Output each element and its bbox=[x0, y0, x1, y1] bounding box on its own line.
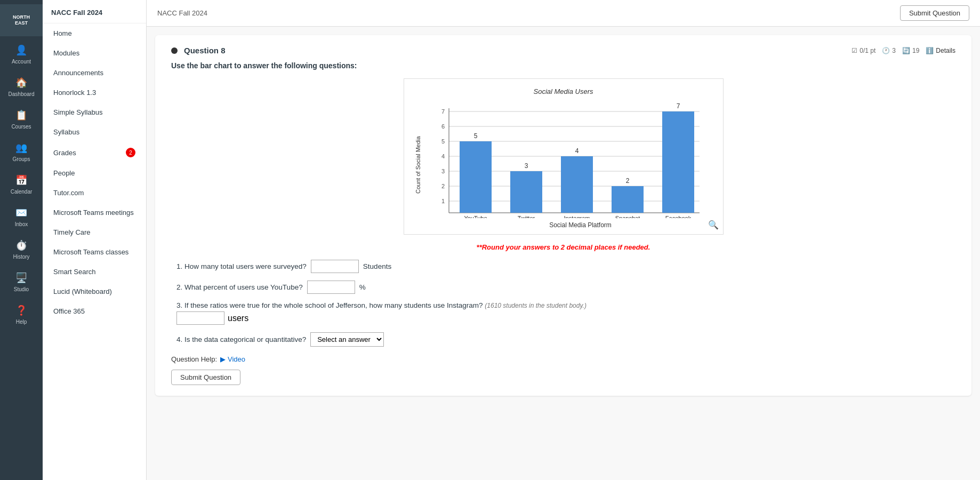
calendar-icon: 📅 bbox=[14, 173, 29, 188]
nav-item-smart-search[interactable]: Smart Search bbox=[45, 262, 144, 281]
svg-text:7: 7 bbox=[441, 108, 444, 115]
nav-item-honorlock[interactable]: Honorlock 1.3 bbox=[45, 83, 144, 102]
q1-input[interactable] bbox=[311, 260, 359, 273]
studio-icon: 🖥️ bbox=[14, 270, 29, 285]
sidebar-icon-studio[interactable]: 🖥️ Studio bbox=[0, 266, 43, 297]
q3-input[interactable] bbox=[176, 311, 224, 325]
info-icon: ℹ️ bbox=[926, 47, 934, 54]
nav-item-home[interactable]: Home bbox=[45, 24, 144, 43]
sidebar-icon-help[interactable]: ❓ Help bbox=[0, 299, 43, 329]
q2-input[interactable] bbox=[307, 281, 355, 294]
bar-twitter bbox=[510, 171, 542, 213]
sidebar-icon-studio-label: Studio bbox=[14, 286, 29, 292]
sub-question-3: 3. If these ratios were true for the who… bbox=[176, 301, 950, 325]
svg-text:4: 4 bbox=[575, 147, 579, 155]
video-link[interactable]: ▶ Video bbox=[220, 355, 245, 363]
q2-suffix: % bbox=[359, 283, 366, 291]
question-items: 1. How many total users were surveyed? S… bbox=[171, 260, 955, 347]
svg-text:5: 5 bbox=[441, 138, 444, 145]
svg-text:Instagram: Instagram bbox=[564, 215, 590, 218]
q4-select[interactable]: Select an answer Categorical Quantitativ… bbox=[310, 332, 384, 347]
meta-tries: 🕐 3 bbox=[882, 47, 896, 54]
svg-text:3: 3 bbox=[441, 168, 444, 174]
sidebar-icon-inbox-label: Inbox bbox=[15, 221, 28, 227]
question-title: Question 8 bbox=[184, 46, 226, 55]
nav-item-syllabus[interactable]: Syllabus bbox=[45, 123, 144, 141]
meta-reload: 🔄 19 bbox=[902, 47, 919, 54]
bar-facebook bbox=[662, 111, 694, 213]
checkbox-icon: ☑ bbox=[852, 47, 857, 54]
reload-icon: 🔄 bbox=[902, 47, 910, 54]
nav-item-modules[interactable]: Modules bbox=[45, 44, 144, 62]
meta-details: ℹ️ Details bbox=[926, 47, 955, 54]
courses-icon: 📋 bbox=[14, 108, 29, 123]
sidebar-icon-inbox[interactable]: ✉️ Inbox bbox=[0, 201, 43, 231]
svg-text:6: 6 bbox=[441, 123, 444, 130]
bar-youtube bbox=[460, 141, 492, 213]
nav-item-office365[interactable]: Office 365 bbox=[45, 302, 144, 321]
q1-prefix: 1. How many total users were surveyed? bbox=[176, 262, 307, 270]
nav-item-announcements[interactable]: Announcements bbox=[45, 63, 144, 82]
video-icon: ▶ bbox=[220, 355, 226, 363]
help-icon: ❓ bbox=[14, 303, 29, 318]
nav-item-ms-teams-classes[interactable]: Microsoft Teams classes bbox=[45, 243, 144, 261]
svg-text:1: 1 bbox=[441, 198, 444, 204]
bar-chart-svg: 7 6 5 4 3 2 1 bbox=[428, 101, 705, 218]
video-label: Video bbox=[228, 355, 245, 363]
q3-suffix: users bbox=[228, 314, 248, 323]
question-help: Question Help: ▶ Video bbox=[171, 355, 955, 363]
svg-text:7: 7 bbox=[676, 102, 680, 110]
nav-item-grades[interactable]: Grades 2 bbox=[45, 142, 144, 163]
svg-text:Twitter: Twitter bbox=[517, 215, 535, 218]
grades-badge: 2 bbox=[126, 148, 135, 157]
search-icon[interactable]: 🔍 bbox=[708, 220, 719, 230]
details-link[interactable]: Details bbox=[936, 47, 955, 54]
sidebar-icon-dashboard[interactable]: 🏠 Dashboard bbox=[0, 71, 43, 101]
bar-snapchat bbox=[612, 186, 644, 213]
groups-icon: 👥 bbox=[14, 140, 29, 155]
chart-title: Social Media Users bbox=[415, 87, 712, 95]
sidebar-icon-account[interactable]: 👤 Account bbox=[0, 38, 43, 69]
sub-question-2: 2. What percent of users use YouTube? % bbox=[176, 281, 950, 294]
nav-item-simple-syllabus[interactable]: Simple Syllabus bbox=[45, 103, 144, 122]
x-axis-title: Social Media Platform bbox=[449, 221, 712, 229]
icon-sidebar: NORTHEAST 👤 Account 🏠 Dashboard 📋 Course… bbox=[0, 0, 43, 480]
nav-item-ms-teams-meetings[interactable]: Microsoft Teams meetings bbox=[45, 203, 144, 222]
submit-question-bottom-button[interactable]: Submit Question bbox=[171, 370, 240, 385]
clock-icon: 🕐 bbox=[882, 47, 890, 54]
svg-text:3: 3 bbox=[524, 162, 528, 170]
sidebar-icon-courses-label: Courses bbox=[11, 124, 31, 130]
sidebar-icon-history[interactable]: ⏱️ History bbox=[0, 234, 43, 264]
history-icon: ⏱️ bbox=[14, 238, 29, 253]
svg-text:Facebook: Facebook bbox=[665, 215, 691, 218]
bar-instagram bbox=[561, 156, 593, 213]
chart-container: Social Media Users Count of Social Media… bbox=[171, 78, 955, 235]
sidebar-icon-courses[interactable]: 📋 Courses bbox=[0, 103, 43, 134]
main-content: NACC Fall 2024 Submit Question Question … bbox=[147, 0, 980, 480]
dashboard-icon: 🏠 bbox=[14, 75, 29, 90]
question-meta: ☑ 0/1 pt 🕐 3 🔄 19 ℹ️ Details bbox=[852, 47, 955, 54]
sidebar-icon-calendar[interactable]: 📅 Calendar bbox=[0, 169, 43, 199]
sub-question-1: 1. How many total users were surveyed? S… bbox=[176, 260, 950, 273]
nav-item-tutor[interactable]: Tutor.com bbox=[45, 183, 144, 202]
logo-text: NORTHEAST bbox=[13, 14, 30, 26]
submit-question-top-button[interactable]: Submit Question bbox=[900, 5, 969, 21]
q1-suffix: Students bbox=[363, 262, 391, 270]
q4-prefix: 4. Is the data categorical or quantitati… bbox=[176, 335, 306, 343]
svg-text:2: 2 bbox=[441, 183, 444, 189]
svg-text:2: 2 bbox=[625, 177, 629, 185]
logo-area: NORTHEAST bbox=[0, 4, 43, 36]
question-container: Question 8 ☑ 0/1 pt 🕐 3 🔄 19 ℹ️ Details bbox=[155, 35, 971, 396]
question-instruction: Use the bar chart to answer the followin… bbox=[171, 61, 955, 70]
question-dot bbox=[171, 47, 178, 54]
nav-item-lucid[interactable]: Lucid (Whiteboard) bbox=[45, 282, 144, 301]
sidebar-icon-groups[interactable]: 👥 Groups bbox=[0, 136, 43, 166]
nav-item-timely-care[interactable]: Timely Care bbox=[45, 223, 144, 242]
svg-text:YouTube: YouTube bbox=[464, 215, 487, 218]
svg-text:5: 5 bbox=[473, 132, 477, 140]
nav-item-people[interactable]: People bbox=[45, 164, 144, 182]
q3-prefix: 3. If these ratios were true for the who… bbox=[176, 301, 483, 309]
sidebar-icon-dashboard-label: Dashboard bbox=[9, 91, 35, 97]
inbox-icon: ✉️ bbox=[14, 205, 29, 220]
y-axis-label: Count of Social Media bbox=[415, 101, 421, 229]
